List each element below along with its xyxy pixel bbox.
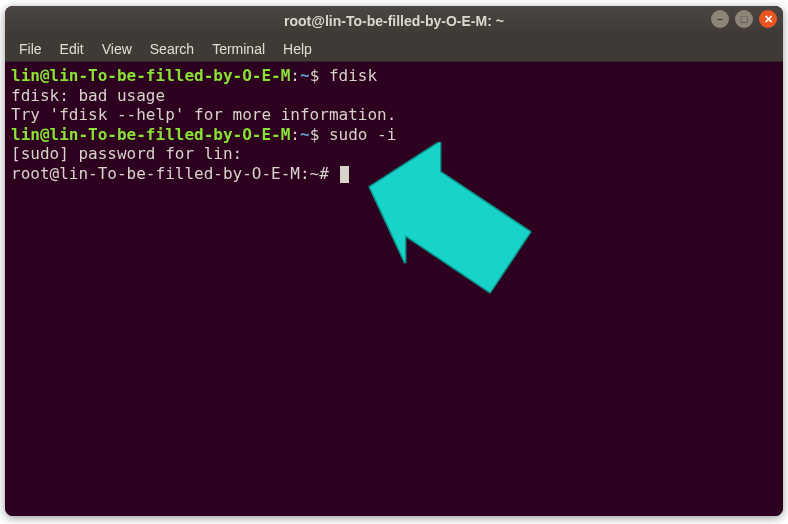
- terminal-output[interactable]: lin@lin-To-be-filled-by-O-E-M:~$ fdisk f…: [5, 62, 783, 516]
- prompt-dollar: $: [310, 66, 329, 85]
- menu-view[interactable]: View: [94, 39, 140, 59]
- prompt-colon: :: [290, 125, 300, 144]
- output-line: [sudo] password for lin:: [11, 144, 242, 163]
- cursor-icon: [340, 166, 349, 183]
- prompt-user: lin@lin-To-be-filled-by-O-E-M: [11, 125, 290, 144]
- prompt-colon: :: [290, 66, 300, 85]
- output-line: fdisk: bad usage: [11, 86, 165, 105]
- window-controls: – □ ✕: [711, 10, 777, 28]
- command-2: sudo -i: [329, 125, 396, 144]
- close-button[interactable]: ✕: [759, 10, 777, 28]
- menu-search[interactable]: Search: [142, 39, 202, 59]
- prompt-user: lin@lin-To-be-filled-by-O-E-M: [11, 66, 290, 85]
- svg-marker-1: [370, 142, 530, 292]
- menu-help[interactable]: Help: [275, 39, 320, 59]
- prompt-path: ~: [300, 125, 310, 144]
- window-title: root@lin-To-be-filled-by-O-E-M: ~: [5, 13, 783, 29]
- svg-marker-0: [370, 142, 530, 292]
- menubar: File Edit View Search Terminal Help: [5, 36, 783, 62]
- root-prompt: root@lin-To-be-filled-by-O-E-M:~#: [11, 164, 339, 183]
- titlebar[interactable]: root@lin-To-be-filled-by-O-E-M: ~ – □ ✕: [5, 6, 783, 36]
- command-1: fdisk: [329, 66, 377, 85]
- annotation-arrow-icon: [360, 142, 540, 342]
- menu-edit[interactable]: Edit: [52, 39, 92, 59]
- maximize-button[interactable]: □: [735, 10, 753, 28]
- menu-terminal[interactable]: Terminal: [204, 39, 273, 59]
- prompt-path: ~: [300, 66, 310, 85]
- output-line: Try 'fdisk --help' for more information.: [11, 105, 396, 124]
- minimize-button[interactable]: –: [711, 10, 729, 28]
- terminal-window: root@lin-To-be-filled-by-O-E-M: ~ – □ ✕ …: [5, 6, 783, 516]
- menu-file[interactable]: File: [11, 39, 50, 59]
- prompt-dollar: $: [310, 125, 329, 144]
